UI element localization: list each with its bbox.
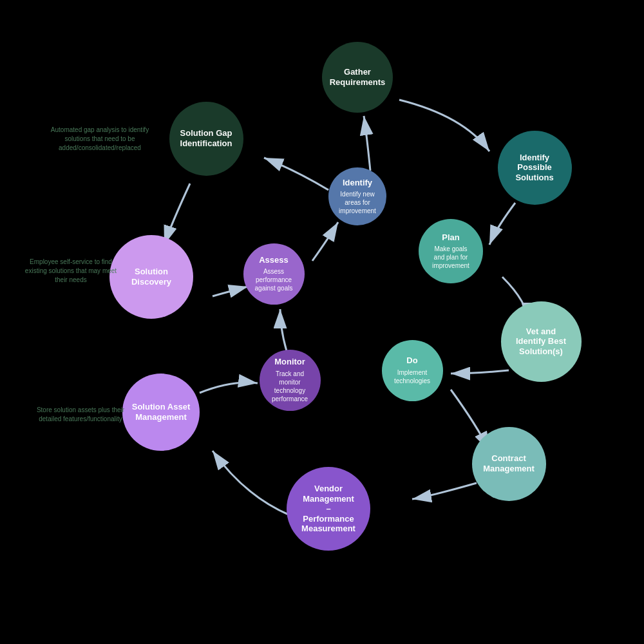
- node-label-assess: Assess: [254, 255, 294, 265]
- node-solution-gap: Solution Gap Identification: [169, 102, 243, 176]
- node-label-identify-possible-solutions: Identify Possible Solutions: [510, 153, 558, 183]
- node-label-solution-gap: Solution Gap Identification: [175, 128, 238, 148]
- annotation-ann-discovery: Employee self-service to find existing s…: [19, 258, 122, 285]
- node-plan: PlanMake goals and plan for improvement: [419, 219, 483, 283]
- node-contract-management: Contract Management: [472, 427, 546, 501]
- node-identify: IdentifyIdentify new areas for improveme…: [328, 167, 386, 225]
- node-sub-monitor: Track and monitor technology performance: [267, 370, 313, 403]
- node-identify-possible-solutions: Identify Possible Solutions: [498, 131, 572, 205]
- node-sub-identify: Identify new areas for improvement: [334, 190, 381, 215]
- node-sub-assess: Assess performance against goals: [250, 267, 298, 292]
- node-label-monitor: Monitor: [269, 357, 310, 367]
- node-gather-requirements: Gather Requirements: [322, 42, 393, 113]
- node-vet-identify: Vet and Identify Best Solution(s): [501, 301, 582, 382]
- node-label-gather-requirements: Gather Requirements: [325, 67, 391, 87]
- node-solution-asset: Solution Asset Management: [122, 374, 200, 451]
- node-label-vet-identify: Vet and Identify Best Solution(s): [511, 327, 571, 357]
- node-monitor: MonitorTrack and monitor technology perf…: [260, 350, 321, 411]
- node-label-contract-management: Contract Management: [478, 453, 539, 473]
- node-label-solution-asset: Solution Asset Management: [127, 402, 196, 422]
- node-assess: AssessAssess performance against goals: [243, 243, 305, 305]
- annotation-ann-asset: Store solution assets plus their detaile…: [29, 406, 132, 424]
- node-label-solution-discovery: Solution Discovery: [126, 267, 176, 287]
- node-vendor-management: Vendor Management – Performance Measurem…: [287, 467, 370, 551]
- node-label-do: Do: [401, 355, 422, 366]
- diagram-container: Gather RequirementsIdentify Possible Sol…: [0, 0, 644, 644]
- node-label-identify: Identify: [337, 178, 377, 188]
- annotation-ann-gap: Automated gap analysis to identify solut…: [48, 126, 151, 153]
- node-sub-plan: Make goals and plan for improvement: [427, 245, 475, 270]
- node-label-plan: Plan: [437, 232, 464, 243]
- node-label-vendor-management: Vendor Management – Performance Measurem…: [296, 484, 361, 534]
- node-sub-do: Implement technologies: [389, 368, 435, 385]
- node-do: DoImplement technologies: [382, 340, 443, 401]
